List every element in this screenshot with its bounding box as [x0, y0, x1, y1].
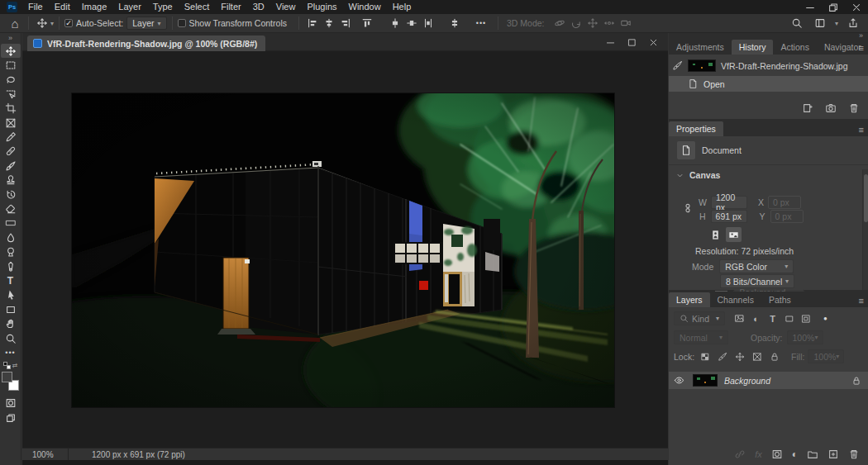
lock-all-icon[interactable] — [767, 350, 781, 363]
screen-mode-button[interactable] — [1, 410, 21, 425]
auto-select-target-dropdown[interactable]: Layer ▾ — [126, 17, 166, 30]
height-input[interactable]: 691 px — [711, 210, 747, 223]
menu-edit[interactable]: Edit — [49, 0, 76, 14]
tool-zoom[interactable] — [1, 331, 21, 345]
new-group-folder-icon[interactable] — [807, 448, 818, 460]
panel-menu-icon[interactable]: ≡ — [859, 44, 864, 52]
filter-smart-objects-icon[interactable] — [799, 312, 813, 325]
properties-scrollbar[interactable] — [862, 169, 868, 290]
tool-object-selection[interactable] — [1, 87, 21, 101]
tool-path-selection[interactable] — [1, 288, 21, 302]
layer-visibility-eye-icon[interactable] — [672, 374, 686, 387]
document-minimize-button[interactable] — [603, 36, 617, 49]
tool-type[interactable]: T — [1, 273, 21, 287]
tool-blur[interactable] — [1, 230, 21, 244]
panel-menu-icon[interactable]: ≡ — [859, 126, 864, 134]
tool-frame[interactable] — [1, 116, 21, 130]
distribute-centers-button[interactable] — [420, 15, 436, 31]
document-maximize-button[interactable] — [625, 36, 638, 49]
menu-window[interactable]: Window — [343, 0, 387, 14]
workspace-switcher-icon[interactable] — [812, 15, 828, 31]
swap-colors-icon[interactable]: ⇄ — [12, 362, 18, 369]
chevron-down-icon[interactable]: ▾ — [50, 20, 54, 27]
panel-menu-icon[interactable]: ≡ — [859, 297, 864, 305]
menu-help[interactable]: Help — [387, 0, 417, 14]
delete-state-trash-icon[interactable] — [848, 102, 860, 114]
delete-layer-trash-icon[interactable] — [848, 448, 860, 460]
tool-lasso[interactable] — [1, 73, 21, 87]
link-dimensions-icon[interactable] — [682, 201, 694, 216]
layer-row-background[interactable]: Background — [669, 372, 868, 389]
menu-image[interactable]: Image — [76, 0, 113, 14]
tab-adjustments[interactable]: Adjustments — [669, 40, 732, 55]
tool-rectangle[interactable] — [1, 302, 21, 316]
chevron-down-icon[interactable]: ▾ — [835, 20, 838, 27]
photoshop-logo-icon[interactable]: Ps — [7, 2, 17, 12]
filter-adjustment-layers-icon[interactable]: ◐ — [749, 312, 763, 325]
tool-history-brush[interactable] — [1, 187, 21, 202]
tool-dodge[interactable] — [1, 244, 21, 259]
quick-mask-button[interactable] — [1, 396, 21, 410]
layer-filter-kind-dropdown[interactable]: Kind ▾ — [674, 311, 725, 325]
move-tool-preset-icon[interactable] — [34, 15, 50, 31]
lock-transparency-icon[interactable] — [698, 350, 712, 363]
app-close-button[interactable] — [845, 0, 868, 14]
new-document-from-state-icon[interactable] — [802, 102, 813, 114]
tool-brush[interactable] — [1, 159, 21, 173]
new-snapshot-camera-icon[interactable] — [825, 102, 837, 114]
portrait-orientation-button[interactable] — [708, 227, 723, 242]
document-close-button[interactable] — [646, 36, 660, 49]
align-right-button[interactable] — [337, 15, 354, 31]
menu-layer[interactable]: Layer — [112, 0, 147, 14]
distribute-vertical-button[interactable] — [387, 15, 403, 31]
tool-marquee[interactable] — [1, 58, 21, 72]
menu-plugins[interactable]: Plugins — [301, 0, 342, 14]
add-layer-mask-icon[interactable] — [771, 448, 783, 460]
tool-eyedropper[interactable] — [1, 130, 21, 144]
canvas-pasteboard[interactable] — [22, 52, 668, 448]
tool-move[interactable] — [1, 44, 21, 58]
filter-shape-layers-icon[interactable] — [782, 312, 796, 325]
app-minimize-button[interactable] — [799, 0, 822, 14]
tab-actions[interactable]: Actions — [773, 40, 816, 55]
width-input[interactable]: 1200 px — [711, 196, 747, 209]
filter-pixel-layers-icon[interactable] — [732, 312, 746, 325]
lock-position-icon[interactable] — [732, 350, 746, 363]
tool-spot-healing[interactable] — [1, 145, 21, 159]
home-icon[interactable]: ⌂ — [7, 15, 23, 31]
tool-gradient[interactable] — [1, 216, 21, 230]
document-tab[interactable]: VfR-Draft-Rendering-Shadow.jpg @ 100% (R… — [27, 36, 265, 51]
filter-toggle-icon[interactable]: ● — [818, 312, 832, 325]
tab-properties[interactable]: Properties — [669, 121, 723, 136]
tool-hand[interactable] — [1, 316, 21, 330]
share-icon[interactable] — [845, 15, 861, 31]
filter-type-layers-icon[interactable]: T — [765, 312, 780, 325]
lock-pixels-icon[interactable] — [715, 350, 729, 363]
edit-toolbar-ellipsis[interactable]: ••• — [1, 345, 21, 359]
lock-artboard-icon[interactable] — [750, 350, 764, 363]
new-layer-icon[interactable] — [827, 448, 839, 460]
tool-eraser[interactable] — [1, 202, 21, 216]
menu-3d[interactable]: 3D — [247, 0, 270, 14]
show-transform-checkbox[interactable] — [178, 19, 186, 27]
history-state-open[interactable]: Open — [669, 76, 868, 92]
history-snapshot-row[interactable]: VfR-Draft-Rendering-Shadow.jpg — [669, 58, 868, 74]
distribute-horizontal-button[interactable] — [403, 15, 420, 31]
tab-layers[interactable]: Layers — [669, 292, 710, 307]
color-mode-dropdown[interactable]: RGB Color▾ — [719, 259, 794, 273]
toolbar-collapse-icon[interactable]: » — [8, 33, 12, 44]
bit-depth-dropdown[interactable]: 8 Bits/Channel▾ — [720, 274, 794, 288]
zoom-level-field[interactable]: 100% — [22, 448, 69, 460]
tool-pen[interactable] — [1, 259, 21, 273]
tool-crop[interactable] — [1, 102, 21, 116]
align-center-button[interactable] — [321, 15, 337, 31]
layer-thumbnail[interactable] — [693, 374, 718, 387]
foreground-color-swatch[interactable] — [2, 372, 12, 382]
default-colors-icon[interactable] — [3, 362, 10, 368]
align-top-button[interactable] — [359, 15, 375, 31]
search-icon[interactable] — [789, 15, 805, 31]
status-options-chevron[interactable]: › — [150, 450, 153, 459]
distribute-spacing-button[interactable] — [446, 15, 463, 31]
canvas-image[interactable] — [72, 93, 614, 407]
tab-channels[interactable]: Channels — [710, 292, 761, 307]
